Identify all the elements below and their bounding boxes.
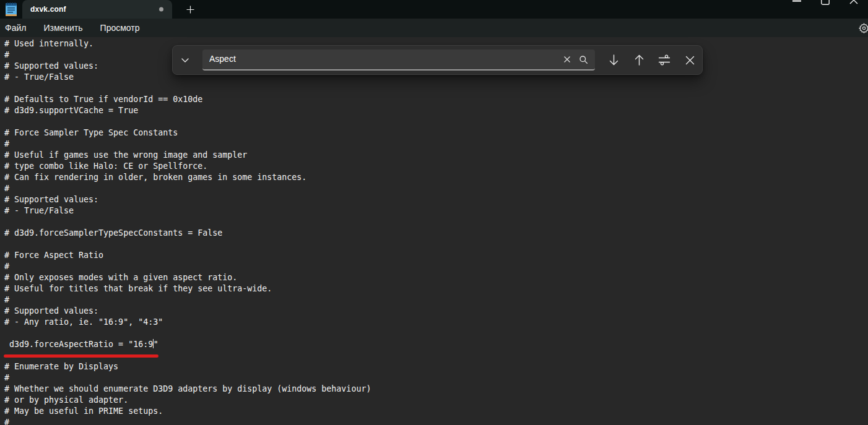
document-line: # type combo like Halo: CE or Spellforce… <box>4 161 868 172</box>
annotation-red-underline <box>4 354 158 358</box>
document-line <box>4 83 868 94</box>
search-options-button[interactable] <box>654 49 675 71</box>
document-line: # Can fix rendering in older, broken gam… <box>4 172 868 183</box>
document-line <box>4 239 868 250</box>
document-line: # May be useful in PRIME setups. <box>4 406 868 417</box>
document-line: # Supported values: <box>4 194 868 205</box>
document-line: # Supported values: <box>4 306 868 317</box>
document-line <box>4 217 868 228</box>
menu-file[interactable]: Файл <box>4 21 27 35</box>
close-icon <box>849 0 858 4</box>
unsaved-changes-dot <box>159 7 163 12</box>
document-line: # Only exposes modes with a given aspect… <box>4 272 868 283</box>
find-expand-button[interactable] <box>176 51 194 69</box>
document-line: # <box>4 139 868 150</box>
find-input[interactable] <box>202 54 559 65</box>
gear-icon <box>859 23 868 33</box>
find-previous-up-icon <box>634 54 644 66</box>
document-text: # Used internally.## Supported values:# … <box>4 38 868 425</box>
clear-x-icon <box>563 56 571 63</box>
document-line: # - Any ratio, ie. "16:9", "4:3" <box>4 317 868 328</box>
menu-edit[interactable]: Изменить <box>43 21 83 35</box>
close-find-bar-button[interactable] <box>679 49 700 71</box>
settings-button[interactable] <box>857 21 868 35</box>
document-line: # Defaults to True if vendorId == 0x10de <box>4 94 868 105</box>
document-line <box>4 328 868 339</box>
document-line: # d3d9.supportVCache = True <box>4 105 868 116</box>
document-line: # or by physical adapter. <box>4 395 868 406</box>
minimize-icon <box>792 0 801 2</box>
document-line: # <box>4 183 868 194</box>
document-line: d3d9.forceAspectRatio = "16:9" <box>4 339 868 350</box>
find-next-down-icon <box>609 54 619 66</box>
document-line: # Useful if games use the wrong image an… <box>4 150 868 161</box>
title-bar: dxvk.conf <box>0 0 868 19</box>
maximize-button[interactable] <box>811 0 840 19</box>
find-bar <box>172 45 703 75</box>
document-line: # Whether we should enumerate D3D9 adapt… <box>4 384 868 395</box>
minimize-button[interactable] <box>783 0 811 19</box>
find-previous-button[interactable] <box>628 49 649 71</box>
find-next-button[interactable] <box>603 49 624 71</box>
clear-search-button[interactable] <box>559 51 575 67</box>
tab-title: dxvk.conf <box>30 5 66 14</box>
menu-view[interactable]: Просмотр <box>100 21 141 35</box>
document-line: # Force Sampler Type Spec Constants <box>4 127 868 139</box>
document-line: # - True/False <box>4 205 868 217</box>
find-input-wrap <box>202 49 595 71</box>
maximize-icon <box>821 0 830 5</box>
close-button[interactable] <box>840 0 868 19</box>
editor-text-area[interactable]: # Used internally.## Supported values:# … <box>0 37 868 425</box>
document-line: # <box>4 294 868 306</box>
document-line: # <box>4 372 868 384</box>
document-line: # Force Aspect Ratio <box>4 250 868 261</box>
search-button[interactable] <box>575 51 591 67</box>
document-line: # d3d9.forceSamplerTypeSpecConstants = F… <box>4 228 868 239</box>
tab-dxvk-conf[interactable]: dxvk.conf <box>22 0 172 19</box>
plus-icon <box>186 6 194 14</box>
chevron-down-icon <box>180 55 190 65</box>
notepad-app-icon <box>5 2 18 17</box>
new-tab-button[interactable] <box>180 0 201 19</box>
document-line: # Useful for titles that break if they s… <box>4 283 868 294</box>
window-controls <box>783 0 868 19</box>
close-icon <box>685 56 695 65</box>
document-line <box>4 116 868 127</box>
search-options-icon <box>658 54 671 66</box>
document-line: # <box>4 261 868 272</box>
document-line: # <box>4 417 868 425</box>
document-line: # Enumerate by Displays <box>4 361 868 372</box>
search-icon <box>579 55 588 64</box>
app-icon-slot <box>0 0 22 19</box>
menu-bar: Файл Изменить Просмотр <box>0 19 868 37</box>
